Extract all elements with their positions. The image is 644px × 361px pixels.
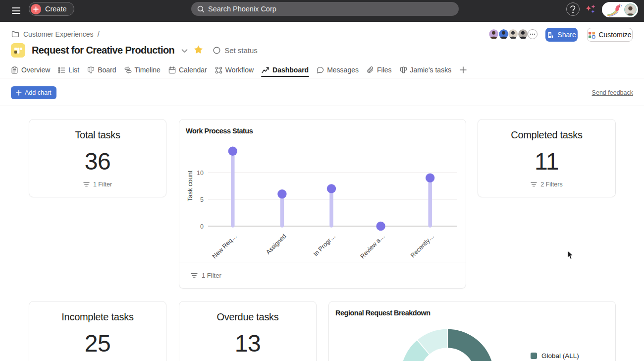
customize-grid-icon: [588, 31, 595, 39]
svg-text:Recently…: Recently…: [409, 233, 435, 259]
incomplete-tasks-card[interactable]: Incomplete tasks 25: [29, 301, 166, 361]
filter-icon: [531, 182, 537, 187]
favorite-star-icon[interactable]: [194, 45, 203, 56]
question-mark-icon: [570, 5, 576, 13]
workflow-icon: [215, 66, 222, 74]
svg-text:In Progr…: In Progr…: [312, 233, 337, 257]
filter-row[interactable]: 1 Filter: [83, 181, 112, 188]
tab-calendar[interactable]: Calendar: [168, 61, 207, 78]
total-tasks-card[interactable]: Total tasks 36 1 Filter: [29, 119, 166, 197]
list-icon: [58, 66, 65, 74]
clipboard-icon: [11, 66, 18, 74]
ai-sparkles-icon[interactable]: [586, 4, 596, 16]
set-status-label: Set status: [224, 46, 258, 55]
svg-text:0: 0: [200, 223, 204, 230]
add-chart-button[interactable]: Add chart: [11, 86, 56, 99]
send-feedback-link[interactable]: Send feedback: [592, 89, 633, 96]
svg-text:Review a…: Review a…: [359, 233, 386, 260]
regional-request-breakdown-card[interactable]: Regional Request Breakdown Global (ALL): [328, 301, 616, 361]
legend-item[interactable]: Global (ALL): [531, 352, 579, 360]
tab-label: Workflow: [225, 66, 254, 74]
svg-text:5: 5: [200, 196, 204, 203]
chart-filter-row[interactable]: 1 Filter: [179, 262, 466, 288]
tab-label: List: [68, 66, 79, 74]
dashboard-icon: [262, 66, 269, 74]
tab-bar: OverviewListBoardTimelineCalendarWorkflo…: [11, 61, 633, 78]
chart-legend: Global (ALL): [531, 352, 579, 360]
card-title: Overdue tasks: [216, 311, 278, 323]
tab-workflow[interactable]: Workflow: [215, 61, 254, 78]
search-icon: [197, 5, 205, 13]
plus-icon: [31, 4, 41, 14]
plus-icon: [16, 90, 22, 96]
completed-tasks-card[interactable]: Completed tasks 11 2 Filters: [478, 119, 616, 197]
board-icon: [87, 66, 95, 74]
tab-label: Timeline: [135, 66, 161, 74]
tab-label: Board: [98, 66, 116, 74]
project-icon: [11, 43, 25, 58]
tab-overview[interactable]: Overview: [11, 61, 50, 78]
filter-row[interactable]: 2 Filters: [531, 181, 562, 188]
folder-icon: [11, 31, 19, 38]
paperclip-icon: [367, 66, 374, 74]
member-avatar[interactable]: [508, 29, 519, 40]
member-avatar[interactable]: [488, 29, 499, 40]
facepile[interactable]: [488, 29, 537, 40]
tab-board[interactable]: Board: [87, 61, 116, 78]
tab-timeline[interactable]: Timeline: [124, 61, 161, 78]
tab-label: Overview: [21, 66, 50, 74]
calendar-icon: [168, 66, 176, 74]
customize-button[interactable]: Customize: [587, 28, 633, 42]
overdue-tasks-card[interactable]: Overdue tasks 13: [179, 301, 317, 361]
lollipop-chart: 1050Task countNew Req…AssignedIn Progr…R…: [179, 120, 466, 261]
legend-label: Global (ALL): [541, 352, 579, 360]
sidebar-toggle-button[interactable]: [12, 7, 20, 14]
user-avatar[interactable]: [624, 3, 637, 16]
card-value: 13: [235, 330, 261, 357]
tab-messages[interactable]: Messages: [317, 61, 359, 78]
timeline-icon: [124, 66, 132, 74]
card-value: 25: [85, 330, 110, 357]
tab-label: Dashboard: [272, 66, 309, 74]
breadcrumb: Customer Experiences /: [11, 30, 100, 38]
card-title: Completed tasks: [511, 129, 582, 141]
add-tab-button[interactable]: [459, 61, 467, 78]
svg-text:Assigned: Assigned: [265, 233, 287, 255]
title-row: Request for Creative Production Set stat…: [11, 43, 258, 58]
create-button[interactable]: Create: [29, 2, 74, 16]
tab-files[interactable]: Files: [367, 61, 392, 78]
tab-dashboard[interactable]: Dashboard: [262, 61, 309, 78]
set-status-button[interactable]: Set status: [213, 46, 258, 55]
tab-list[interactable]: List: [58, 61, 79, 78]
toolbar-divider: [0, 106, 644, 106]
share-button[interactable]: Share: [545, 28, 578, 42]
tab-jamie-s-tasks[interactable]: Jamie's tasks: [400, 61, 452, 78]
create-button-label: Create: [45, 5, 67, 13]
user-menu[interactable]: [602, 2, 638, 17]
share-icon: [547, 31, 554, 39]
svg-text:Task count: Task count: [186, 171, 194, 202]
breadcrumb-separator: /: [98, 30, 100, 38]
tab-label: Messages: [327, 66, 359, 74]
topbar: Create Search Phoenix Corp: [0, 0, 644, 22]
work-process-status-card[interactable]: Work Process Status 1050Task countNew Re…: [179, 119, 466, 289]
donut-slice[interactable]: [447, 329, 494, 361]
help-button[interactable]: [566, 2, 580, 16]
ellipsis-icon: [530, 33, 536, 35]
card-title: Incomplete tasks: [61, 311, 133, 323]
card-title: Total tasks: [75, 129, 120, 141]
legend-swatch: [531, 353, 537, 359]
search-input[interactable]: Search Phoenix Corp: [191, 2, 459, 16]
asana-dashboard-page: Create Search Phoenix Corp: [0, 0, 644, 361]
status-circle-icon: [213, 47, 220, 54]
svg-text:New Req…: New Req…: [211, 233, 238, 260]
board-icon: [400, 66, 407, 74]
share-button-label: Share: [557, 31, 576, 39]
more-members-button[interactable]: [528, 29, 537, 39]
member-avatar[interactable]: [518, 29, 529, 40]
svg-text:10: 10: [197, 170, 204, 177]
chevron-down-icon[interactable]: [181, 46, 188, 55]
plus-icon: [459, 66, 467, 74]
page-title: Request for Creative Production: [32, 45, 174, 56]
breadcrumb-parent[interactable]: Customer Experiences: [23, 30, 94, 38]
